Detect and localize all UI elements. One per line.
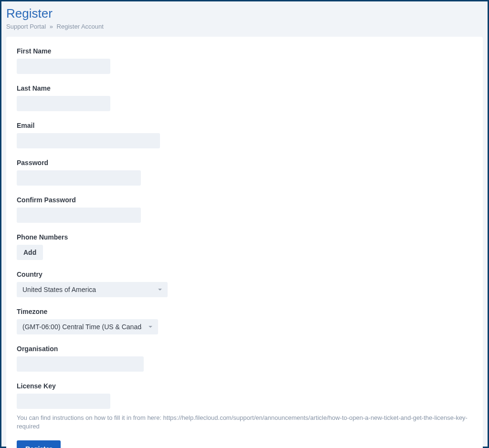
- license-key-helper: You can find instructions on how to fill…: [17, 414, 472, 431]
- page-frame: Register Support Portal » Register Accou…: [0, 0, 489, 448]
- license-key-group: License Key You can find instructions on…: [17, 382, 472, 431]
- organisation-label: Organisation: [17, 345, 472, 353]
- country-select[interactable]: United States of America: [17, 282, 168, 297]
- email-input[interactable]: [17, 133, 160, 148]
- phone-numbers-group: Phone Numbers Add: [17, 233, 472, 260]
- timezone-select[interactable]: (GMT-06:00) Central Time (US & Canada): [17, 319, 158, 334]
- confirm-password-group: Confirm Password: [17, 196, 472, 223]
- timezone-group: Timezone (GMT-06:00) Central Time (US & …: [17, 308, 472, 334]
- register-button[interactable]: Register: [17, 440, 61, 448]
- email-label: Email: [17, 122, 472, 129]
- organisation-group: Organisation: [17, 345, 472, 372]
- page-header: Register Support Portal » Register Accou…: [1, 1, 488, 37]
- breadcrumb-root-link[interactable]: Support Portal: [6, 23, 46, 30]
- email-group: Email: [17, 122, 472, 148]
- page-title: Register: [6, 6, 483, 21]
- confirm-password-input[interactable]: [17, 208, 141, 223]
- country-select-wrap: United States of America: [17, 282, 168, 297]
- license-key-label: License Key: [17, 382, 472, 390]
- password-group: Password: [17, 159, 472, 186]
- phone-numbers-label: Phone Numbers: [17, 233, 472, 241]
- country-label: Country: [17, 271, 472, 278]
- password-label: Password: [17, 159, 472, 167]
- breadcrumb: Support Portal » Register Account: [6, 23, 483, 30]
- breadcrumb-current: Register Account: [57, 23, 104, 30]
- organisation-input[interactable]: [17, 356, 144, 372]
- first-name-label: First Name: [17, 47, 472, 55]
- first-name-group: First Name: [17, 47, 472, 74]
- register-form-card: First Name Last Name Email Password Conf…: [6, 37, 483, 448]
- confirm-password-label: Confirm Password: [17, 196, 472, 204]
- timezone-select-wrap: (GMT-06:00) Central Time (US & Canada): [17, 319, 158, 334]
- last-name-group: Last Name: [17, 84, 472, 111]
- timezone-label: Timezone: [17, 308, 472, 315]
- first-name-input[interactable]: [17, 59, 110, 74]
- password-input[interactable]: [17, 170, 141, 186]
- country-group: Country United States of America: [17, 271, 472, 297]
- last-name-input[interactable]: [17, 96, 110, 111]
- breadcrumb-separator: »: [50, 23, 53, 30]
- last-name-label: Last Name: [17, 84, 472, 92]
- license-key-input[interactable]: [17, 394, 110, 409]
- add-phone-button[interactable]: Add: [17, 245, 43, 260]
